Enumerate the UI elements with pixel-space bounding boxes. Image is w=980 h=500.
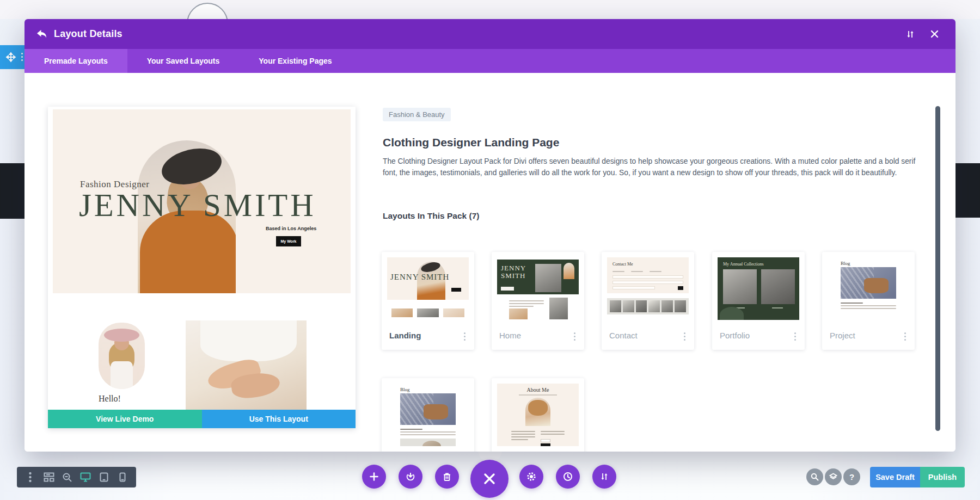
view-live-demo-button[interactable]: View Live Demo [48, 410, 202, 428]
preview-portrait-photo [99, 323, 145, 389]
search-button[interactable] [806, 468, 823, 485]
category-badge[interactable]: Fashion & Beauty [383, 108, 451, 121]
thumb-heading: Blog [841, 261, 850, 266]
card-options-menu[interactable] [901, 330, 909, 342]
tab-your-existing-pages[interactable]: Your Existing Pages [239, 49, 351, 73]
section-move-handle[interactable] [0, 45, 24, 69]
layout-thumbnail: Blog [387, 384, 469, 446]
save-draft-button[interactable]: Save Draft [870, 467, 920, 487]
layout-card-label: Home [499, 331, 521, 340]
layout-card-home[interactable]: JENNY SMITH Home [492, 252, 584, 350]
tab-your-saved-layouts[interactable]: Your Saved Layouts [127, 49, 240, 73]
layout-card-contact[interactable]: Contact Me Contact [602, 252, 694, 350]
card-options-menu[interactable] [680, 330, 689, 342]
use-this-layout-button[interactable]: Use This Layout [202, 410, 356, 428]
layout-card-label: Portfolio [720, 331, 750, 340]
thumb-heading: JENNY SMITH [501, 264, 534, 280]
clear-layout-button[interactable] [435, 465, 459, 489]
layout-card-label: Landing [389, 331, 421, 340]
modal-scrollbar[interactable] [935, 106, 940, 431]
layers-button[interactable] [825, 468, 842, 485]
thumb-heading: About Me [497, 387, 579, 393]
zoom-out-view-button[interactable] [60, 470, 75, 484]
tablet-view-button[interactable] [97, 470, 111, 484]
tab-label: Premade Layouts [44, 57, 108, 65]
layout-thumbnail: About Me [497, 384, 579, 446]
layout-thumbnail: My Annual Collections [718, 257, 799, 320]
close-builder-controls-button[interactable] [470, 460, 509, 498]
layout-card-label: Project [830, 331, 855, 340]
section-settings-icon [21, 53, 23, 61]
preview-hands-photo [186, 320, 307, 410]
layout-card-portfolio[interactable]: My Annual Collections Portfolio [712, 252, 805, 350]
page-background-strip [0, 0, 980, 19]
move-icon [5, 52, 16, 63]
add-section-button[interactable] [362, 465, 386, 489]
editing-history-button[interactable] [556, 465, 580, 489]
wireframe-view-button[interactable] [42, 470, 56, 484]
preview-location-text: Based in Los Angeles [266, 226, 316, 231]
layout-details-modal: Layout Details Premade Layouts Your Save… [24, 19, 955, 452]
page-dark-section-right [955, 163, 980, 218]
preview-hero-section: Fashion Designer JENNY SMITH Based in Lo… [53, 109, 351, 293]
preview-greeting-text: Hello! [99, 394, 121, 404]
card-options-menu[interactable] [570, 330, 579, 342]
desktop-view-button[interactable] [78, 470, 93, 484]
card-options-menu[interactable] [791, 330, 799, 342]
layout-card-project[interactable]: Blog Project [822, 252, 915, 350]
layout-card-about[interactable]: About Me [492, 378, 584, 452]
layout-card-label: Contact [609, 331, 638, 340]
thumb-heading: My Annual Collections [723, 262, 764, 267]
tab-premade-layouts[interactable]: Premade Layouts [24, 49, 127, 73]
modal-header: Layout Details [24, 19, 955, 49]
preview-my-work-button: My Work [276, 236, 301, 246]
phone-view-button[interactable] [115, 470, 130, 484]
tab-label: Your Saved Layouts [147, 57, 220, 65]
portability-button[interactable] [592, 465, 616, 489]
layout-pack-description: The Clothing Designer Layout Pack for Di… [383, 156, 923, 178]
layout-card-landing[interactable]: JENNY SMITH Landing [382, 252, 474, 350]
layout-preview-panel: Fashion Designer JENNY SMITH Based in Lo… [48, 107, 356, 428]
responsive-view-toolbar [17, 467, 136, 487]
preview-designer-name: JENNY SMITH [79, 187, 336, 224]
modal-body: Fashion Designer JENNY SMITH Based in Lo… [24, 73, 955, 452]
thumb-heading: JENNY SMITH [390, 273, 469, 282]
close-modal-button[interactable] [926, 26, 942, 42]
sort-layouts-button[interactable] [902, 26, 918, 42]
layout-card-blog[interactable]: Blog [382, 378, 474, 452]
layout-thumbnail: Contact Me [607, 257, 689, 320]
publish-button[interactable]: Publish [920, 467, 965, 487]
layout-thumbnail: JENNY SMITH [387, 257, 469, 320]
tab-label: Your Existing Pages [259, 57, 332, 65]
modal-title: Layout Details [54, 28, 122, 40]
help-label: ? [849, 472, 854, 482]
thumb-heading: Contact Me [612, 262, 683, 267]
modal-tab-bar: Premade Layouts Your Saved Layouts Your … [24, 49, 955, 73]
builder-options-button[interactable] [23, 470, 38, 484]
layout-thumbnail: Blog [828, 257, 909, 320]
card-options-menu[interactable] [460, 330, 469, 342]
layout-pack-title: Clothing Designer Landing Page [383, 136, 559, 149]
back-button[interactable] [33, 26, 50, 42]
help-button[interactable]: ? [843, 468, 860, 485]
page-settings-button[interactable] [519, 465, 543, 489]
page-dark-section-left [0, 163, 24, 219]
save-to-library-button[interactable] [399, 465, 422, 489]
layout-thumbnail: JENNY SMITH [497, 257, 579, 320]
thumb-heading: Blog [400, 387, 410, 392]
layouts-in-pack-heading: Layouts In This Pack (7) [383, 211, 479, 221]
